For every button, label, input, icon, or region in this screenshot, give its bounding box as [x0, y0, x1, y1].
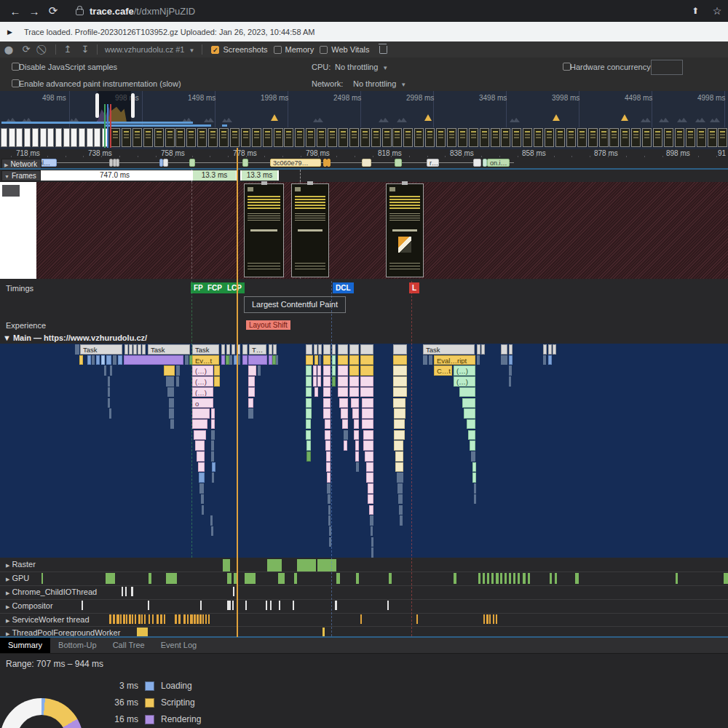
reload-icon[interactable]: ⟳: [44, 4, 63, 17]
flame-bar[interactable]: [198, 462, 205, 472]
frame-duration-bar[interactable]: 13.3 ms: [191, 170, 237, 181]
flame-bar[interactable]: [306, 451, 311, 462]
flame-bar[interactable]: [332, 376, 336, 387]
flame-bar[interactable]: [338, 344, 348, 355]
thread-activity-bar[interactable]: [194, 614, 196, 624]
flame-bar[interactable]: [306, 344, 312, 355]
thread-activity-bar[interactable]: [199, 614, 202, 624]
flame-bar[interactable]: [349, 344, 359, 355]
screenshots-checkbox[interactable]: ✓: [211, 46, 219, 54]
experience-track-label[interactable]: Experience: [6, 321, 46, 330]
filmstrip-frame[interactable]: [447, 128, 456, 147]
page-screenshot-thumb[interactable]: [291, 183, 329, 277]
filmstrip-frame[interactable]: [697, 128, 706, 147]
filmstrip-frame[interactable]: [523, 128, 532, 147]
frame-duration-bar[interactable]: 13.3 ms: [240, 170, 279, 181]
timing-marker-fp[interactable]: FP: [191, 282, 206, 293]
flame-bar[interactable]: [211, 440, 214, 451]
flame-bar[interactable]: [371, 537, 373, 547]
thread-activity-bar[interactable]: [509, 573, 511, 584]
filmstrip-frame[interactable]: [208, 128, 218, 147]
flame-bar[interactable]: [360, 387, 373, 397]
filmstrip-frame[interactable]: [653, 128, 662, 147]
flame-bar[interactable]: [109, 408, 111, 419]
filmstrip-frame[interactable]: [284, 128, 293, 147]
flame-bar[interactable]: [393, 398, 405, 408]
filmstrip-frame[interactable]: [436, 128, 446, 147]
tab-bottom-up[interactable]: Bottom-Up: [50, 638, 105, 653]
network-request-bar[interactable]: [116, 159, 119, 167]
flame-bar[interactable]: [211, 526, 213, 537]
flame-bar[interactable]: [192, 419, 207, 430]
flame-bar[interactable]: Eval…ript: [434, 355, 475, 365]
filmstrip-frame[interactable]: [414, 128, 424, 147]
network-request-bar[interactable]: [242, 159, 248, 167]
thread-activity-bar[interactable]: [279, 601, 280, 610]
flame-bar[interactable]: [543, 355, 546, 365]
flame-bar[interactable]: [393, 376, 407, 387]
thread-activity-bar[interactable]: [336, 573, 340, 584]
flame-bar[interactable]: [470, 440, 475, 451]
flame-bar[interactable]: [212, 472, 214, 483]
timings-track-label[interactable]: Timings: [6, 284, 33, 293]
flame-bar[interactable]: [314, 387, 318, 397]
flame-bar[interactable]: [192, 408, 210, 419]
flame-bar[interactable]: [369, 505, 373, 515]
thread-activity-bar[interactable]: [491, 573, 494, 584]
flame-bar[interactable]: [248, 398, 253, 408]
flame-bar[interactable]: [323, 376, 331, 387]
thread-activity-bar[interactable]: [200, 601, 202, 610]
thread-activity-bar[interactable]: [483, 614, 485, 624]
flame-bar[interactable]: [317, 376, 321, 387]
flame-bar[interactable]: [273, 344, 277, 355]
load-profile-icon[interactable]: ↥: [59, 41, 76, 58]
thread-activity-bar[interactable]: [160, 614, 162, 624]
thread-activity-bar[interactable]: [278, 573, 285, 584]
flame-bar[interactable]: (…): [192, 387, 213, 397]
flame-bar[interactable]: [393, 355, 407, 365]
flame-bar[interactable]: [104, 365, 106, 376]
flame-bar[interactable]: [394, 408, 405, 419]
thread-activity-bar[interactable]: [478, 573, 480, 584]
thread-activity-bar[interactable]: [126, 614, 127, 624]
flame-bar[interactable]: [393, 387, 407, 397]
memory-checkbox[interactable]: [274, 46, 282, 54]
playhead-line[interactable]: [237, 148, 238, 637]
flame-bar[interactable]: [317, 365, 321, 376]
flame-bar[interactable]: [211, 419, 215, 430]
flame-bar[interactable]: [197, 451, 205, 462]
thread-activity-bar[interactable]: [486, 614, 488, 624]
thread-activity-bar[interactable]: [183, 614, 186, 624]
flame-bar[interactable]: [314, 355, 318, 365]
flame-bar[interactable]: (…): [192, 376, 213, 387]
flame-bar[interactable]: [339, 398, 348, 408]
flame-bar[interactable]: [326, 451, 331, 462]
filmstrip-frame[interactable]: [55, 128, 62, 147]
flame-bar[interactable]: [211, 430, 215, 440]
flame-bar[interactable]: [393, 344, 407, 355]
flame-bar[interactable]: [344, 440, 347, 451]
filmstrip-frame[interactable]: [566, 128, 576, 147]
main-flame-chart[interactable]: TaskTaskTaskT…TaskEv…tEval…ript(…)C…t(…)…: [0, 344, 728, 558]
filmstrip-frame[interactable]: [718, 128, 727, 147]
thread-activity-bar[interactable]: [555, 573, 557, 584]
flame-bar[interactable]: [276, 355, 278, 365]
thread-activity-bar[interactable]: [323, 628, 325, 636]
flame-bar[interactable]: [221, 355, 225, 365]
flame-bar[interactable]: [400, 515, 403, 526]
network-request-bar[interactable]: r…: [427, 159, 439, 167]
flame-bar[interactable]: [232, 344, 235, 355]
flame-bar[interactable]: [395, 451, 403, 462]
flame-bar[interactable]: [543, 344, 547, 355]
filmstrip-frame[interactable]: [339, 128, 348, 147]
flame-bar[interactable]: [202, 505, 204, 515]
flame-bar[interactable]: [349, 376, 359, 387]
flame-bar[interactable]: [393, 365, 407, 376]
flame-bar[interactable]: [553, 344, 556, 355]
filmstrip-frame[interactable]: [631, 128, 641, 147]
flame-bar[interactable]: [211, 451, 214, 462]
save-profile-icon[interactable]: ↧: [76, 41, 94, 58]
thread-activity-bar[interactable]: [175, 614, 177, 624]
thread-activity-bar[interactable]: [166, 573, 177, 584]
timing-marker-fcp[interactable]: FCP: [205, 282, 225, 293]
